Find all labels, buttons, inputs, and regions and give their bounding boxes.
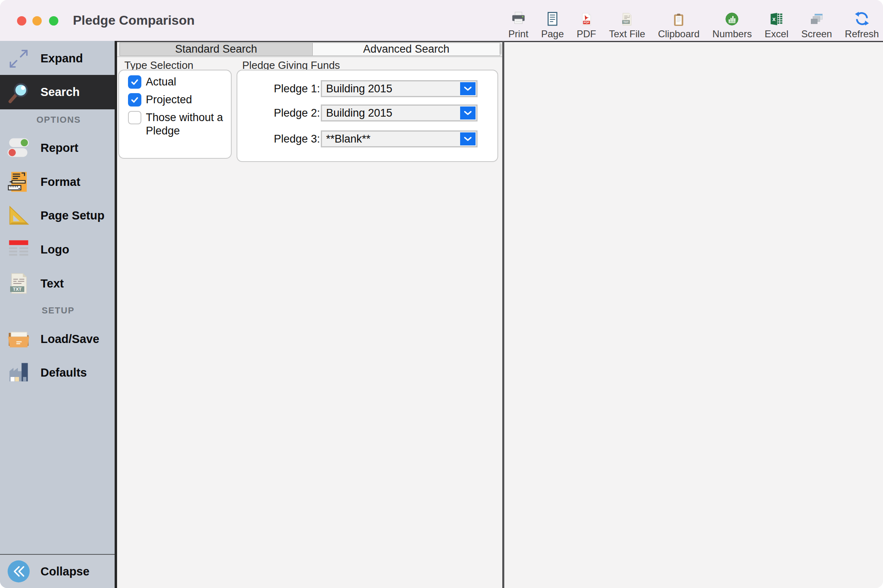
sidebar-item-format[interactable]: Format [0,165,115,199]
tab-advanced-search[interactable]: Advanced Search [313,43,500,56]
type-selection-group: Actual Projected Those without a Pledge [118,70,232,159]
sidebar-item-label: Search [41,85,80,99]
page-icon [545,10,560,26]
search-icon [6,79,32,105]
pledge-1-dropdown[interactable]: Building 2015 [321,80,478,97]
sidebar-item-text[interactable]: TXT Text [0,266,115,300]
toolbar-label: Numbers [712,29,752,39]
checkbox[interactable] [128,93,141,107]
print-button[interactable]: Print [508,10,528,39]
print-icon [511,10,526,26]
tab-standard-search[interactable]: Standard Search [119,43,313,56]
chevron-down-icon[interactable] [460,82,476,95]
chevron-down-icon[interactable] [460,107,476,119]
sidebar-item-label: Format [41,175,80,189]
pledge-2-label: Pledge 2: [237,107,320,119]
pdf-icon: PDF [580,10,593,26]
pledge-2-row: Pledge 2: Building 2015 [237,104,497,121]
toolbar-label: PDF [577,29,596,39]
sidebar-item-label: Expand [41,52,83,65]
checkbox-label: Actual [146,75,176,89]
dropdown-value: **Blank** [326,133,371,145]
toolbar-label: Page [541,29,564,39]
toolbar-label: Print [508,29,528,39]
pledge-3-row: Pledge 3: **Blank** [237,130,497,147]
sidebar-item-defaults[interactable]: Defaults [0,356,115,390]
toolbar-label: Text File [609,29,645,39]
sidebar-item-label: Logo [41,243,69,256]
tab-strip: Standard Search Advanced Search [117,42,502,57]
logo-icon [6,236,32,262]
format-icon [6,169,32,195]
svg-text:TXT: TXT [13,287,22,292]
report-icon [6,135,32,161]
sidebar: Expand Search OPTIONS [0,41,115,588]
pdf-button[interactable]: PDF PDF [577,10,596,39]
sidebar-item-label: Report [41,141,78,155]
expand-icon [6,46,32,72]
excel-icon: x [769,10,784,26]
sidebar-item-collapse[interactable]: Collapse [0,555,115,588]
chevron-down-icon[interactable] [460,132,476,145]
dropdown-value: Building 2015 [326,107,392,119]
excel-button[interactable]: x Excel [765,10,789,39]
tab-scrollbar-thumb[interactable] [499,44,501,54]
page-setup-icon [6,202,32,228]
pledge-funds-group: Pledge 1: Building 2015 Pledge 2: Buildi… [237,70,498,162]
checkbox[interactable] [128,75,141,89]
zoom-window-button[interactable] [49,16,58,26]
sidebar-item-label: Text [41,277,64,290]
check-icon [130,77,139,87]
check-icon [130,95,139,104]
sidebar-item-page-setup[interactable]: Page Setup [0,198,115,232]
svg-text:TXT: TXT [623,20,629,24]
sidebar-item-expand[interactable]: Expand [0,42,115,75]
toolbar-label: Excel [765,29,789,39]
dropdown-value: Building 2015 [326,83,392,95]
checkbox-label: Those without a Pledge [146,111,227,138]
checkbox-row-actual[interactable]: Actual [128,75,176,89]
screen-icon [809,10,824,26]
toolbar-label: Clipboard [658,29,700,39]
sidebar-item-label: Defaults [41,366,87,379]
refresh-icon [854,10,870,26]
text-file-icon: TXT [620,10,634,26]
page-button[interactable]: Page [541,10,564,39]
pledge-1-label: Pledge 1: [237,83,320,95]
pledge-1-row: Pledge 1: Building 2015 [237,80,497,97]
svg-text:x: x [772,16,776,22]
screen-button[interactable]: Screen [801,10,832,39]
refresh-button[interactable]: Refresh [845,10,879,39]
checkbox-label: Projected [146,93,192,107]
sidebar-item-load-save[interactable]: Load/Save [0,322,115,356]
svg-text:PDF: PDF [584,21,589,24]
checkbox-row-projected[interactable]: Projected [128,93,192,107]
sidebar-item-report[interactable]: Report [0,131,115,165]
sidebar-item-logo[interactable]: Logo [0,232,115,266]
toolbar-label: Refresh [845,29,879,39]
numbers-button[interactable]: Numbers [712,10,752,39]
sidebar-item-label: Collapse [41,565,90,578]
text-icon: TXT [6,271,32,296]
sidebar-item-search[interactable]: Search [0,75,115,109]
load-save-icon [6,326,32,352]
checkbox[interactable] [128,111,141,124]
sidebar-item-label: Page Setup [41,209,105,222]
pledge-2-dropdown[interactable]: Building 2015 [321,104,478,121]
collapse-icon [6,558,32,584]
numbers-icon [725,10,739,26]
text-file-button[interactable]: TXT Text File [609,10,645,39]
clipboard-button[interactable]: Clipboard [658,10,700,39]
checkbox-row-those-without-pledge[interactable]: Those without a Pledge [128,111,227,138]
toolbar-label: Screen [801,29,832,39]
close-window-button[interactable] [17,16,26,26]
pledge-3-dropdown[interactable]: **Blank** [321,130,478,147]
minimize-window-button[interactable] [32,16,42,26]
sidebar-item-label: Load/Save [41,332,99,346]
defaults-icon [6,360,32,386]
title-bar: Pledge Comparison Print [0,0,883,41]
window-title: Pledge Comparison [73,0,195,41]
toolbar: Print Page [508,6,879,39]
app-window: Pledge Comparison Print [0,0,883,588]
sidebar-section-options: OPTIONS [36,115,81,125]
